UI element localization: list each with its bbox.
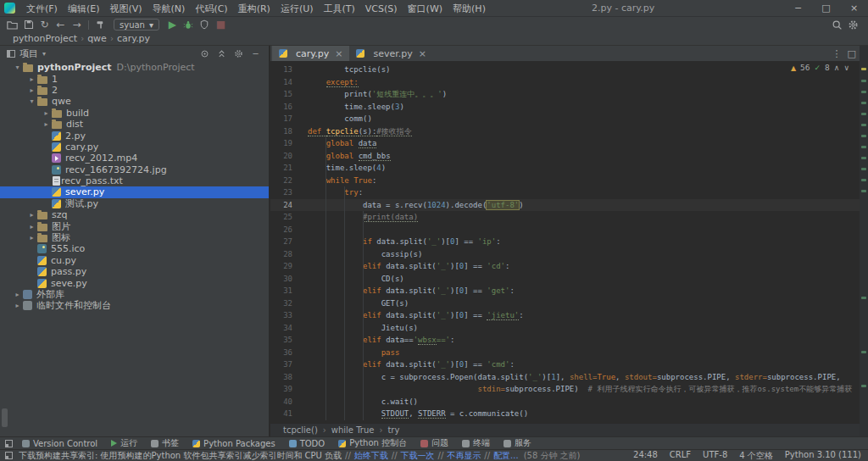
code-line[interactable]: 15 print('短线重连中。。。') [270,88,860,101]
status-link[interactable]: 始终下载 [354,451,388,460]
tree-item[interactable]: ▸dist [0,119,269,130]
tree-item[interactable]: recv_2012.mp4 [0,153,269,164]
tree-item[interactable]: recv_pass.txt [0,175,269,186]
line-number[interactable]: 25 [270,211,292,224]
tree-arrow-icon[interactable]: ▸ [41,109,52,117]
status-widget[interactable]: 24:48 [633,450,658,461]
tree-item[interactable]: ▸图标 [0,232,269,243]
code-line[interactable]: 31 elif data.split('_')[0] == 'get': [270,285,860,297]
tree-item[interactable]: 555.ico [0,243,269,254]
next-issue-icon[interactable]: ∨ [843,64,849,72]
code-line[interactable]: 18def tcpclie(s):#接收指令 [270,125,860,138]
status-widget[interactable]: CRLF [670,450,691,461]
tree-item[interactable]: ▾qwe [0,96,269,107]
line-number[interactable]: 20 [270,150,292,163]
error-stripe-mark[interactable] [861,157,866,159]
tree-arrow-icon[interactable]: ▸ [26,75,37,83]
menu-item[interactable]: 文件(F) [21,3,63,14]
line-number[interactable]: 33 [270,309,292,322]
tree-item[interactable]: cary.py [0,142,269,153]
inspections-widget[interactable]: ▲ 56 ✓ 8 ∧ ∨ [791,64,849,72]
error-stripe-mark[interactable] [861,135,866,137]
menu-item[interactable]: 编辑(E) [63,3,105,14]
line-number[interactable]: 21 [270,162,292,175]
sync-icon[interactable]: ↻ [36,18,53,31]
run-icon[interactable]: ▶ [164,18,181,31]
line-number[interactable]: 37 [270,358,292,371]
toolwindow-button[interactable]: Python 控制台 [338,437,407,449]
toolwindow-button[interactable]: Python Packages [192,439,275,448]
error-stripe-mark[interactable] [861,385,866,387]
code-line[interactable]: 41 STDOUT, STDERR = c.communicate() [270,408,860,420]
panel-settings-gear-icon[interactable] [232,49,245,58]
tree-item[interactable]: 测试.py [0,198,269,209]
error-stripe-mark[interactable] [861,80,866,82]
code-line[interactable]: 37 elif data.split('_')[0] == 'cmd': [270,358,860,371]
coverage-shield-icon[interactable] [197,18,213,31]
toolwindow-button[interactable]: 运行 [111,437,137,449]
error-stripe-mark[interactable] [861,351,866,353]
line-number[interactable]: 28 [270,248,292,261]
save-all-icon[interactable] [20,18,36,31]
toolwindow-switcher-icon[interactable] [5,440,13,447]
line-number[interactable]: 19 [270,137,292,150]
line-number[interactable]: 38 [270,371,292,384]
error-stripe-mark[interactable] [861,124,866,126]
code-line[interactable]: 16 time.sleep(3) [270,101,860,114]
toolwindow-button[interactable]: 服务 [504,437,531,449]
tree-item[interactable]: ▸临时文件和控制台 [0,300,269,311]
code-line[interactable]: 33 elif data.split('_')[0] == 'jietu': [270,309,860,322]
editor-tab[interactable]: cary.py× [272,46,349,61]
tree-item[interactable]: cu.py [0,255,269,266]
error-stripe-mark[interactable] [861,297,866,299]
error-stripe[interactable] [860,46,868,436]
line-number[interactable]: 18 [270,125,292,138]
open-folder-icon[interactable] [4,18,20,31]
error-stripe-mark[interactable] [861,179,866,181]
close-icon[interactable]: × [335,48,342,59]
debug-bug-icon[interactable] [181,18,197,31]
tree-item[interactable]: ▸1 [0,73,269,84]
build-hammer-icon[interactable] [92,18,108,31]
toolwindow-button[interactable]: TODO [289,439,326,448]
line-number[interactable]: 17 [270,113,292,125]
menu-item[interactable]: VCS(S) [360,3,403,14]
tree-item[interactable]: ▸外部库 [0,289,269,300]
tree-arrow-icon[interactable]: ▸ [26,234,37,242]
error-stripe-mark[interactable] [861,102,866,104]
code-line[interactable]: 40 c.wait() [270,396,860,408]
line-number[interactable]: 15 [270,88,292,101]
status-widget[interactable]: UTF-8 [703,450,727,461]
menu-item[interactable]: 运行(U) [275,3,319,14]
line-number[interactable]: 36 [270,347,292,359]
code-line[interactable]: 17 comm() [270,113,860,125]
menu-item[interactable]: 窗口(W) [403,3,448,14]
menu-item[interactable]: 视图(V) [104,3,147,14]
locate-file-icon[interactable] [198,49,211,58]
tree-item[interactable]: ▸图片 [0,220,269,231]
tree-arrow-icon[interactable]: ▸ [41,120,52,128]
tree-arrow-icon[interactable]: ▸ [12,302,23,309]
tree-arrow-icon[interactable]: ▾ [12,64,23,71]
chevron-down-icon[interactable]: ▾ [42,50,46,58]
code-line[interactable]: 26 [270,224,860,236]
line-number[interactable]: 35 [270,334,292,347]
run-config-selector[interactable]: syuan ▾ [114,19,159,31]
code-line[interactable]: 22 while True: [270,175,860,187]
tree-arrow-icon[interactable]: ▸ [26,86,37,94]
line-number[interactable]: 41 [270,408,292,420]
code-line[interactable]: 36 pass [270,347,860,359]
prev-issue-icon[interactable]: ∧ [834,64,840,72]
menu-item[interactable]: 导航(N) [147,3,191,14]
line-number[interactable]: 40 [270,396,292,408]
collapse-all-icon[interactable] [215,49,228,58]
tree-arrow-icon[interactable]: ▸ [12,291,23,298]
back-icon[interactable]: ← [53,18,69,31]
error-stripe-mark[interactable] [861,68,866,70]
tree-item[interactable]: seve.py [0,277,269,288]
code-line[interactable]: 14 except: [270,76,860,89]
split-window-icon[interactable]: □ [848,48,856,59]
line-number[interactable]: 13 [270,64,292,76]
menu-item[interactable]: 重构(R) [233,3,275,14]
menu-item[interactable]: 帮助(H) [448,3,491,14]
